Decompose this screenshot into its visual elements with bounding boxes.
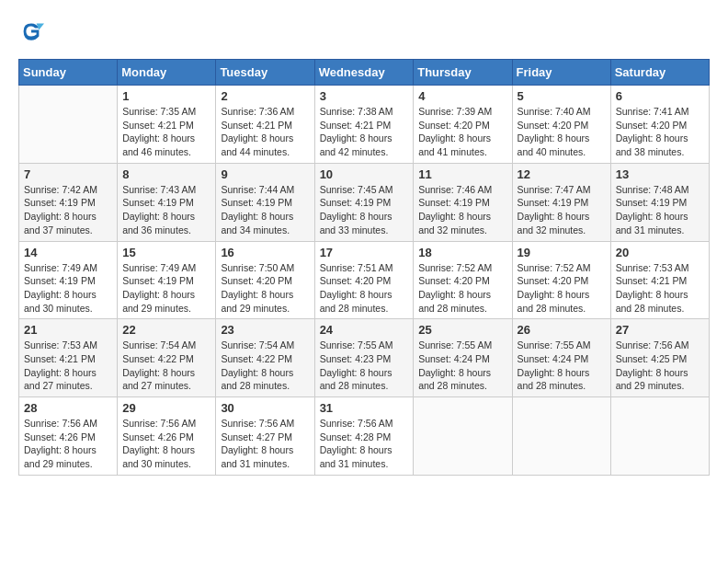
day-info: Sunrise: 7:41 AMSunset: 4:20 PMDaylight:… xyxy=(616,105,704,159)
calendar-cell: 5Sunrise: 7:40 AMSunset: 4:20 PMDaylight… xyxy=(512,86,610,164)
day-info: Sunrise: 7:56 AMSunset: 4:27 PMDaylight:… xyxy=(221,417,309,471)
calendar-cell: 10Sunrise: 7:45 AMSunset: 4:19 PMDayligh… xyxy=(314,163,414,241)
day-info: Sunrise: 7:49 AMSunset: 4:19 PMDaylight:… xyxy=(122,261,210,316)
day-info: Sunrise: 7:56 AMSunset: 4:26 PMDaylight:… xyxy=(122,417,210,471)
day-info: Sunrise: 7:43 AMSunset: 4:19 PMDaylight:… xyxy=(122,183,210,237)
calendar-cell: 20Sunrise: 7:53 AMSunset: 4:21 PMDayligh… xyxy=(610,241,709,319)
day-info: Sunrise: 7:55 AMSunset: 4:24 PMDaylight:… xyxy=(518,339,606,393)
day-info: Sunrise: 7:52 AMSunset: 4:20 PMDaylight:… xyxy=(418,261,506,316)
day-number: 20 xyxy=(616,246,704,259)
day-info: Sunrise: 7:52 AMSunset: 4:20 PMDaylight:… xyxy=(518,261,606,316)
page-header xyxy=(18,18,710,44)
day-info: Sunrise: 7:50 AMSunset: 4:20 PMDaylight:… xyxy=(221,261,309,316)
day-number: 5 xyxy=(518,89,606,103)
calendar-cell: 2Sunrise: 7:36 AMSunset: 4:21 PMDaylight… xyxy=(216,86,314,164)
day-info: Sunrise: 7:48 AMSunset: 4:19 PMDaylight:… xyxy=(616,183,704,237)
calendar-cell: 4Sunrise: 7:39 AMSunset: 4:20 PMDaylight… xyxy=(414,86,512,164)
day-info: Sunrise: 7:38 AMSunset: 4:21 PMDaylight:… xyxy=(320,105,409,159)
day-info: Sunrise: 7:35 AMSunset: 4:21 PMDaylight:… xyxy=(122,105,210,159)
calendar-cell: 24Sunrise: 7:55 AMSunset: 4:23 PMDayligh… xyxy=(314,319,414,397)
day-info: Sunrise: 7:45 AMSunset: 4:19 PMDaylight:… xyxy=(320,183,409,237)
calendar-cell xyxy=(512,397,610,476)
day-info: Sunrise: 7:56 AMSunset: 4:26 PMDaylight:… xyxy=(24,417,112,471)
column-header-friday: Friday xyxy=(512,60,610,86)
day-info: Sunrise: 7:44 AMSunset: 4:19 PMDaylight:… xyxy=(221,183,309,237)
column-header-wednesday: Wednesday xyxy=(314,60,414,86)
calendar-cell: 12Sunrise: 7:47 AMSunset: 4:19 PMDayligh… xyxy=(512,163,610,241)
day-number: 12 xyxy=(518,167,606,181)
day-number: 15 xyxy=(122,246,210,259)
day-number: 30 xyxy=(221,401,309,415)
day-number: 2 xyxy=(221,89,309,103)
column-header-thursday: Thursday xyxy=(414,60,512,86)
calendar-cell: 17Sunrise: 7:51 AMSunset: 4:20 PMDayligh… xyxy=(314,241,414,319)
calendar-cell: 25Sunrise: 7:55 AMSunset: 4:24 PMDayligh… xyxy=(414,319,512,397)
day-number: 4 xyxy=(418,89,506,103)
day-number: 28 xyxy=(24,401,112,415)
calendar-cell: 29Sunrise: 7:56 AMSunset: 4:26 PMDayligh… xyxy=(118,397,216,476)
calendar-cell: 14Sunrise: 7:49 AMSunset: 4:19 PMDayligh… xyxy=(19,241,118,319)
day-number: 17 xyxy=(320,246,409,259)
calendar-cell: 18Sunrise: 7:52 AMSunset: 4:20 PMDayligh… xyxy=(414,241,512,319)
calendar-cell: 27Sunrise: 7:56 AMSunset: 4:25 PMDayligh… xyxy=(610,319,709,397)
day-info: Sunrise: 7:56 AMSunset: 4:28 PMDaylight:… xyxy=(320,417,409,471)
day-number: 31 xyxy=(320,401,409,415)
day-info: Sunrise: 7:49 AMSunset: 4:19 PMDaylight:… xyxy=(24,261,112,316)
day-number: 11 xyxy=(418,167,506,181)
day-number: 29 xyxy=(122,401,210,415)
day-info: Sunrise: 7:46 AMSunset: 4:19 PMDaylight:… xyxy=(418,183,506,237)
calendar-cell: 26Sunrise: 7:55 AMSunset: 4:24 PMDayligh… xyxy=(512,319,610,397)
day-number: 3 xyxy=(320,89,409,103)
calendar-cell: 3Sunrise: 7:38 AMSunset: 4:21 PMDaylight… xyxy=(314,86,414,164)
calendar-cell: 6Sunrise: 7:41 AMSunset: 4:20 PMDaylight… xyxy=(610,86,709,164)
calendar-cell: 28Sunrise: 7:56 AMSunset: 4:26 PMDayligh… xyxy=(19,397,118,476)
day-info: Sunrise: 7:39 AMSunset: 4:20 PMDaylight:… xyxy=(418,105,506,159)
calendar-cell: 19Sunrise: 7:52 AMSunset: 4:20 PMDayligh… xyxy=(512,241,610,319)
calendar-table: SundayMondayTuesdayWednesdayThursdayFrid… xyxy=(18,59,710,476)
day-info: Sunrise: 7:42 AMSunset: 4:19 PMDaylight:… xyxy=(24,183,112,237)
calendar-cell: 31Sunrise: 7:56 AMSunset: 4:28 PMDayligh… xyxy=(314,397,414,476)
calendar-cell: 16Sunrise: 7:50 AMSunset: 4:20 PMDayligh… xyxy=(216,241,314,319)
day-number: 24 xyxy=(320,323,409,337)
day-info: Sunrise: 7:40 AMSunset: 4:20 PMDaylight:… xyxy=(518,105,606,159)
day-number: 14 xyxy=(24,246,112,259)
calendar-cell xyxy=(19,86,118,164)
day-info: Sunrise: 7:47 AMSunset: 4:19 PMDaylight:… xyxy=(518,183,606,237)
day-info: Sunrise: 7:55 AMSunset: 4:24 PMDaylight:… xyxy=(418,339,506,393)
column-header-sunday: Sunday xyxy=(19,60,118,86)
day-number: 27 xyxy=(616,323,704,337)
day-number: 9 xyxy=(221,167,309,181)
calendar-week-row: 1Sunrise: 7:35 AMSunset: 4:21 PMDaylight… xyxy=(19,86,710,164)
calendar-cell: 15Sunrise: 7:49 AMSunset: 4:19 PMDayligh… xyxy=(118,241,216,319)
day-info: Sunrise: 7:53 AMSunset: 4:21 PMDaylight:… xyxy=(616,261,704,316)
day-number: 10 xyxy=(320,167,409,181)
calendar-week-row: 14Sunrise: 7:49 AMSunset: 4:19 PMDayligh… xyxy=(19,241,710,319)
calendar-cell: 11Sunrise: 7:46 AMSunset: 4:19 PMDayligh… xyxy=(414,163,512,241)
day-info: Sunrise: 7:54 AMSunset: 4:22 PMDaylight:… xyxy=(221,339,309,393)
calendar-week-row: 21Sunrise: 7:53 AMSunset: 4:21 PMDayligh… xyxy=(19,319,710,397)
calendar-cell xyxy=(414,397,512,476)
day-number: 22 xyxy=(122,323,210,337)
day-number: 7 xyxy=(24,167,112,181)
day-number: 16 xyxy=(221,246,309,259)
day-info: Sunrise: 7:54 AMSunset: 4:22 PMDaylight:… xyxy=(122,339,210,393)
day-number: 6 xyxy=(616,89,704,103)
day-number: 13 xyxy=(616,167,704,181)
calendar-cell: 30Sunrise: 7:56 AMSunset: 4:27 PMDayligh… xyxy=(216,397,314,476)
calendar-cell: 1Sunrise: 7:35 AMSunset: 4:21 PMDaylight… xyxy=(118,86,216,164)
day-info: Sunrise: 7:55 AMSunset: 4:23 PMDaylight:… xyxy=(320,339,409,393)
day-info: Sunrise: 7:51 AMSunset: 4:20 PMDaylight:… xyxy=(320,261,409,316)
day-number: 25 xyxy=(418,323,506,337)
day-number: 23 xyxy=(221,323,309,337)
calendar-cell: 23Sunrise: 7:54 AMSunset: 4:22 PMDayligh… xyxy=(216,319,314,397)
calendar-cell: 9Sunrise: 7:44 AMSunset: 4:19 PMDaylight… xyxy=(216,163,314,241)
column-header-tuesday: Tuesday xyxy=(216,60,314,86)
day-info: Sunrise: 7:53 AMSunset: 4:21 PMDaylight:… xyxy=(24,339,112,393)
calendar-week-row: 7Sunrise: 7:42 AMSunset: 4:19 PMDaylight… xyxy=(19,163,710,241)
column-header-monday: Monday xyxy=(118,60,216,86)
day-number: 21 xyxy=(24,323,112,337)
calendar-week-row: 28Sunrise: 7:56 AMSunset: 4:26 PMDayligh… xyxy=(19,397,710,476)
day-number: 19 xyxy=(518,246,606,259)
day-info: Sunrise: 7:36 AMSunset: 4:21 PMDaylight:… xyxy=(221,105,309,159)
calendar-cell xyxy=(610,397,709,476)
